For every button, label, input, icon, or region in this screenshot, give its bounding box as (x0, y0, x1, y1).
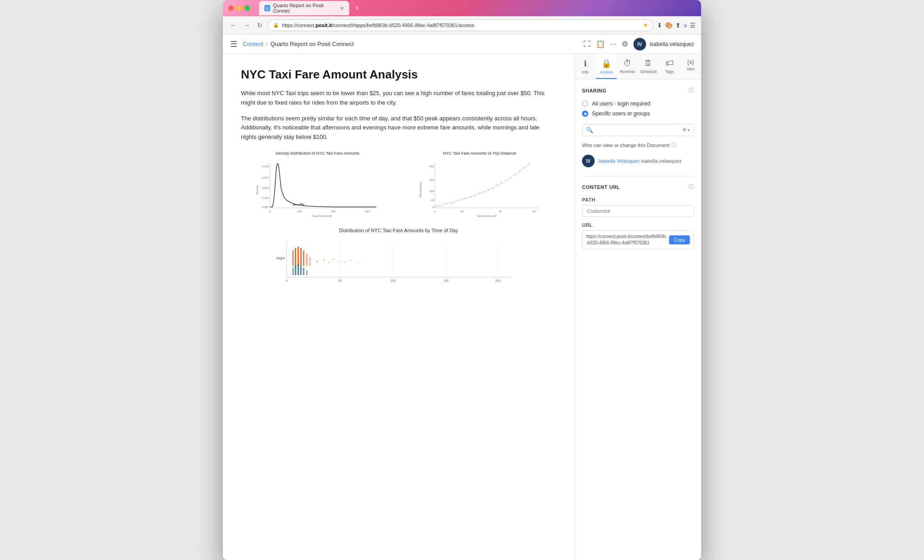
svg-point-85 (514, 174, 515, 175)
radio-all-users-label: All users - login required (592, 101, 650, 107)
svg-point-39 (461, 199, 462, 200)
time-of-day-chart: Night (241, 237, 556, 286)
svg-point-59 (506, 179, 507, 180)
svg-point-42 (468, 197, 469, 198)
forward-button[interactable]: → (242, 20, 252, 31)
who-view-text: Who can view or change this Document (582, 142, 670, 148)
svg-rect-120 (295, 266, 296, 275)
svg-point-53 (493, 187, 494, 188)
svg-point-100 (323, 259, 325, 261)
svg-text:0: 0 (432, 206, 434, 208)
svg-point-46 (477, 194, 478, 195)
svg-point-33 (448, 202, 448, 203)
sidebar-toggle-icon[interactable]: ☰ (230, 39, 237, 49)
nav-info-label: Info (582, 70, 589, 74)
svg-point-73 (460, 199, 461, 200)
expand-icon[interactable]: ⛶ (583, 40, 591, 48)
user-avatar: IV (633, 38, 646, 50)
share-icon[interactable]: ⬆ (675, 22, 681, 29)
back-button[interactable]: ← (228, 20, 238, 31)
svg-point-75 (469, 197, 470, 197)
copy-content-icon[interactable]: 📋 (596, 40, 605, 48)
nav-runtime[interactable]: ⏱ Runtime (617, 54, 638, 79)
svg-point-99 (317, 261, 319, 262)
svg-point-27 (436, 206, 437, 207)
url-display-box: https://connect.posit.it/content/befb963… (582, 230, 694, 249)
nav-vars[interactable]: {x} Vars (680, 54, 701, 79)
svg-point-44 (472, 195, 473, 196)
nav-schedule[interactable]: 🗓 Schedule (638, 54, 659, 79)
svg-text:100: 100 (429, 190, 434, 193)
svg-text:20: 20 (499, 210, 502, 213)
nav-access-label: Access (600, 70, 613, 74)
svg-text:0.075: 0.075 (262, 176, 269, 179)
active-tab[interactable]: Q Quarto Report on Posit Connec ✕ (259, 1, 349, 15)
info-icon: ℹ (584, 59, 587, 69)
svg-point-103 (338, 260, 340, 262)
user-avatar-panel: IV (582, 155, 595, 167)
nav-access[interactable]: 🔒 Access (596, 54, 617, 79)
user-area[interactable]: IV isabella.velasquez (633, 38, 694, 50)
svg-point-49 (484, 191, 485, 192)
bookmark-icon[interactable]: ★ (643, 22, 648, 28)
download-icon[interactable]: ⬇ (657, 22, 662, 29)
svg-point-101 (328, 262, 330, 263)
breadcrumb-content-link[interactable]: Content (243, 41, 263, 47)
svg-point-89 (528, 164, 529, 165)
color-picker-icon[interactable]: 🎨 (665, 22, 673, 29)
user-search-input[interactable] (595, 127, 682, 133)
radio-specific-label: Specific users or groups (592, 110, 650, 117)
svg-point-83 (505, 180, 506, 181)
copy-url-button[interactable]: Copy (669, 235, 690, 244)
svg-point-56 (499, 184, 500, 184)
sharing-radio-group: All users - login required Specific user… (582, 101, 694, 117)
svg-point-64 (517, 172, 518, 173)
visibility-toggle-icon[interactable]: 👁 (682, 127, 688, 133)
svg-rect-121 (298, 264, 299, 275)
svg-point-52 (490, 188, 491, 189)
menu-icon[interactable]: ☰ (690, 22, 696, 29)
content-url-section: CONTENT URL ⓘ Path URL https://connect.p… (582, 183, 694, 249)
svg-rect-93 (295, 248, 296, 266)
density-chart: 0.100 0.075 0.050 0.025 0.000 0 100 200 … (241, 158, 394, 217)
svg-text:0.050: 0.050 (262, 187, 269, 189)
svg-text:100: 100 (297, 210, 302, 213)
url-label: URL (582, 222, 694, 228)
refresh-button[interactable]: ↻ (255, 20, 264, 31)
svg-point-71 (451, 202, 452, 203)
radio-all-users[interactable]: All users - login required (582, 101, 694, 107)
tab-close-icon[interactable]: ✕ (340, 6, 344, 11)
svg-text:Density: Density (256, 185, 259, 194)
report-paragraph-2: The distributions seem pretty similar fo… (241, 114, 556, 142)
who-view-info-icon[interactable]: ⓘ (671, 142, 676, 148)
svg-point-65 (520, 170, 521, 171)
maximize-button[interactable] (245, 5, 250, 11)
path-input[interactable] (582, 205, 694, 217)
content-url-info-icon[interactable]: ⓘ (688, 183, 694, 191)
svg-text:150: 150 (429, 179, 434, 181)
url-value-text: https://connect.posit.it/content/befb963… (586, 234, 666, 246)
svg-point-45 (475, 195, 476, 196)
minimize-button[interactable] (236, 5, 242, 11)
svg-text:30: 30 (532, 210, 536, 213)
svg-point-51 (488, 189, 489, 190)
sharing-info-icon[interactable]: ⓘ (688, 87, 694, 94)
svg-point-81 (496, 185, 497, 186)
address-bar[interactable]: 🔒 https://connect.posit.it/connect/#apps… (268, 19, 653, 31)
more-options-icon[interactable]: ··· (610, 40, 616, 48)
nav-right: ⬇ 🎨 ⬆ » ☰ (657, 22, 696, 29)
svg-point-70 (447, 203, 448, 204)
svg-point-84 (510, 178, 511, 179)
extensions-icon[interactable]: » (684, 22, 687, 29)
nav-info[interactable]: ℹ Info (575, 54, 596, 79)
settings-icon[interactable]: ⚙ (622, 40, 628, 48)
svg-text:Night: Night (277, 256, 285, 260)
radio-specific-users[interactable]: Specific users or groups (582, 110, 694, 117)
svg-point-61 (511, 177, 512, 178)
svg-point-36 (454, 201, 455, 202)
new-tab-button[interactable]: + (351, 4, 363, 13)
close-button[interactable] (228, 5, 234, 11)
svg-rect-98 (310, 257, 311, 266)
svg-point-87 (523, 167, 524, 168)
nav-tags[interactable]: 🏷 Tags (659, 54, 680, 79)
